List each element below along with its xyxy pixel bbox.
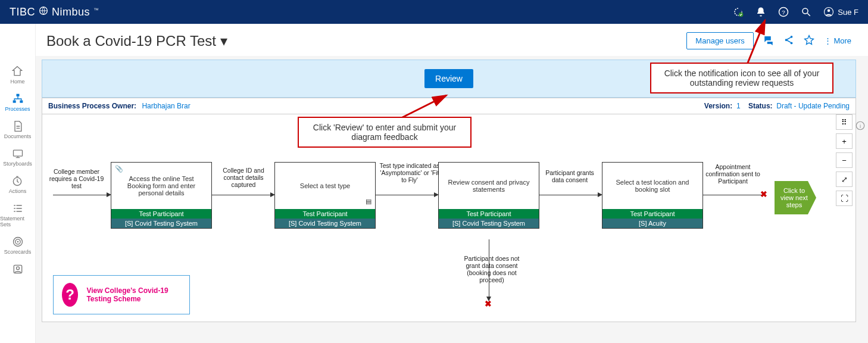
help-icon[interactable]: ?	[778, 7, 789, 17]
label-12: College ID and contact details captured	[215, 167, 272, 188]
svg-rect-12	[13, 101, 15, 103]
version-status: Version: 1 Status: Draft - Update Pendin…	[704, 102, 850, 110]
svg-point-10	[790, 42, 792, 44]
svg-rect-13	[20, 101, 23, 103]
page-title: Book a Covid-19 PCR Test ▾	[46, 33, 227, 49]
zoom-out-button[interactable]: −	[836, 152, 853, 168]
box1-body: Access the online Test Booking form and …	[111, 163, 211, 209]
terminator-icon: ✖	[485, 299, 492, 308]
sidebar-item-home[interactable]: Home	[10, 66, 24, 85]
owner: Business Process Owner: Harbhajan Brar	[48, 102, 191, 110]
svg-line-5	[808, 13, 811, 16]
sync-check-icon[interactable]	[733, 7, 744, 17]
box3-body: Review consent and privacy statements	[439, 163, 539, 209]
top-icons: ? Sue F	[733, 7, 858, 17]
sidebar-item-processes[interactable]: Processes	[5, 93, 30, 112]
box2-body: Select a test type	[275, 163, 375, 209]
zoom-toolbar: ⠿ + − ⤢ ⛶	[836, 114, 853, 206]
sidebar-item-actions[interactable]: Actions	[9, 175, 27, 194]
svg-line-24	[747, 20, 765, 64]
fit-screen-button[interactable]: ⤢	[836, 172, 853, 187]
info-card[interactable]: ? View College's Covid-19 Testing Scheme	[53, 275, 190, 314]
process-box-4[interactable]: Select a test location and booking slot …	[602, 162, 703, 229]
svg-point-9	[790, 36, 792, 38]
svg-point-4	[803, 8, 808, 14]
process-box-1[interactable]: 📎 Access the online Test Booking form an…	[111, 162, 212, 229]
process-box-2[interactable]: Select a test type ▤ Test Participant [S…	[274, 162, 376, 229]
left-sidebar: Home Processes Documents Storyboards Act…	[0, 24, 36, 343]
fullscreen-button[interactable]: ⛶	[836, 191, 853, 206]
review-button[interactable]: Review	[424, 69, 473, 88]
callout-notifications: Click the notification icon to see all o…	[650, 63, 833, 93]
info-icon[interactable]: i	[855, 120, 866, 133]
user-name: Sue F	[838, 8, 858, 17]
attachment-icon: 📎	[115, 165, 123, 173]
label-down: Participant does not grant data consent …	[459, 255, 524, 283]
brand-t1: TIBC	[10, 6, 35, 18]
svg-point-7	[828, 10, 830, 13]
user-menu[interactable]: Sue F	[823, 7, 858, 17]
svg-rect-14	[13, 150, 22, 156]
label-34: Participant grants data consent	[541, 169, 598, 183]
label-end: Appointment confirmation sent to Partici…	[704, 163, 761, 185]
owner-label: Business Process Owner:	[48, 102, 136, 110]
box4-body: Select a test location and booking slot	[602, 163, 702, 209]
sidebar-item-documents[interactable]: Documents	[4, 120, 32, 139]
zoom-in-button[interactable]: +	[836, 133, 853, 149]
sidebar-item-profile[interactable]	[12, 263, 24, 275]
svg-text:i: i	[860, 123, 861, 129]
svg-point-20	[16, 267, 19, 270]
process-box-3[interactable]: Review consent and privacy statements Te…	[438, 162, 539, 229]
sidebar-item-storyboards[interactable]: Storyboards	[3, 148, 32, 167]
drag-handle[interactable]: ⠿	[836, 114, 853, 130]
more-menu[interactable]: ⋮ More	[824, 36, 851, 45]
sidebar-item-scorecards[interactable]: Scorecards	[4, 236, 32, 255]
brand-t2: Nimbus	[52, 6, 90, 18]
share-icon[interactable]	[783, 35, 794, 47]
terminator-icon: ✖	[760, 189, 767, 199]
question-icon: ?	[62, 283, 78, 307]
label-23: Test type indicated as 'Asymptomatic' or…	[377, 162, 442, 183]
globe-icon	[39, 6, 48, 15]
next-steps-link[interactable]: Click to view next steps	[775, 181, 816, 214]
sidebar-item-statementsets[interactable]: Statement Sets	[0, 202, 35, 227]
svg-line-23	[399, 95, 447, 119]
svg-rect-11	[16, 94, 19, 96]
star-icon[interactable]	[804, 35, 814, 47]
attachment-icon: ▤	[366, 198, 371, 205]
flow-start-label: College member requires a Covid-19 test	[48, 168, 105, 189]
brand: TIBC Nimbus ™	[10, 6, 99, 18]
svg-text:?: ?	[782, 9, 786, 15]
svg-point-18	[17, 241, 18, 243]
search-icon[interactable]	[801, 7, 811, 17]
notification-bell-icon[interactable]	[755, 7, 766, 17]
box1-role: Test Participant	[111, 209, 211, 219]
info-card-link[interactable]: View College's Covid-19 Testing Scheme	[86, 286, 181, 303]
box1-sys: [S] Covid Testing System	[111, 219, 211, 228]
callout-review: Click 'Review' to enter and submit your …	[298, 117, 472, 148]
brand-tm: ™	[93, 7, 99, 13]
owner-value: Harbhajan Brar	[142, 102, 190, 110]
